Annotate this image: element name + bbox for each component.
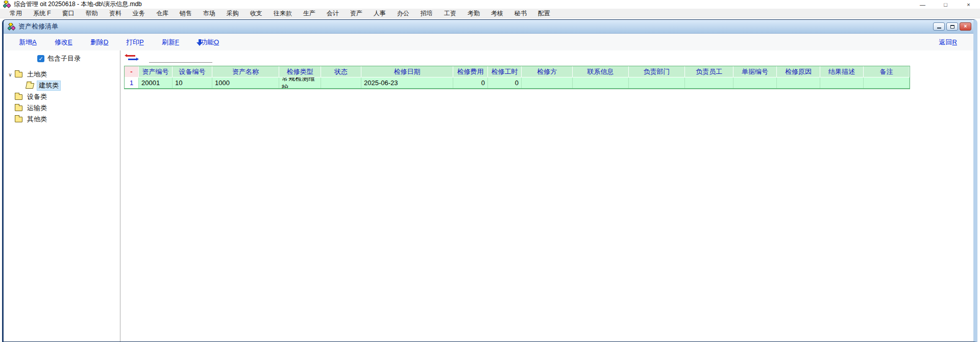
tree-item-运输类[interactable]: 运输类 <box>7 102 118 114</box>
swap-arrows-icon[interactable] <box>127 55 136 62</box>
maximize-button[interactable]: □ <box>934 0 957 9</box>
table-cell[interactable]: 常规检测维护 <box>279 77 321 88</box>
minimize-button[interactable]: — <box>911 0 934 9</box>
column-header[interactable]: 资产编号 <box>139 66 173 77</box>
column-header[interactable]: 资产名称 <box>212 66 279 77</box>
toolbar-button[interactable]: 功能O <box>198 38 219 47</box>
menu-item[interactable]: 办公 <box>391 9 415 18</box>
row-number-cell[interactable]: 1 <box>125 77 139 88</box>
menu-item[interactable]: 采购 <box>221 9 244 18</box>
menu-item[interactable]: 考核 <box>485 9 509 18</box>
column-header[interactable]: 检修费用 <box>453 66 488 77</box>
filter-input[interactable] <box>149 54 212 63</box>
menu-item[interactable]: 市场 <box>198 9 221 18</box>
table-cell[interactable] <box>573 77 629 88</box>
table-cell[interactable] <box>629 77 685 88</box>
table-cell[interactable] <box>777 77 820 88</box>
menu-item[interactable]: 考勤 <box>462 9 485 18</box>
menu-item[interactable]: 帮助 <box>80 9 104 18</box>
os-window-controls: —□× <box>911 0 980 9</box>
column-header[interactable]: 负责员工 <box>685 66 733 77</box>
diamonds-app-icon <box>8 23 15 31</box>
menu-item[interactable]: 资料 <box>104 9 127 18</box>
table-cell[interactable]: 2025-06-23 <box>361 77 453 88</box>
tree-item-建筑类[interactable]: 建筑类 <box>7 80 118 91</box>
toolbar-button-label: 功能O <box>201 38 219 47</box>
table-cell[interactable]: 1000 <box>212 77 279 88</box>
menu-item[interactable]: 招培 <box>415 9 438 18</box>
menu-item[interactable]: 常用 <box>4 9 28 18</box>
menu-item[interactable]: 配置 <box>532 9 556 18</box>
back-button[interactable]: 返回R <box>939 38 957 47</box>
table-row[interactable]: 120001101000常规检测维护2025-06-2300 <box>125 77 910 88</box>
menu-item[interactable]: 秘书 <box>509 9 532 18</box>
include-subdir-row[interactable]: ✓ 包含子目录 <box>37 54 81 63</box>
menu-item[interactable]: 收支 <box>244 9 268 18</box>
table-cell[interactable]: 20001 <box>139 77 173 88</box>
toolbar-button[interactable]: 新增A <box>19 38 40 47</box>
column-header[interactable]: 状态 <box>321 66 361 77</box>
tree-item-其他类[interactable]: 其他类 <box>7 114 118 125</box>
column-header[interactable]: 设备编号 <box>173 66 212 77</box>
toolbar-button-label: 打印P <box>126 38 144 47</box>
inner-close-button[interactable]: × <box>960 22 971 31</box>
tree-item-土地类[interactable]: ∨土地类 <box>7 69 118 80</box>
table-cell[interactable] <box>733 77 777 88</box>
table-cell[interactable]: 0 <box>488 77 522 88</box>
menu-item[interactable]: 窗口 <box>57 9 80 18</box>
maximize-icon: □ <box>944 2 947 8</box>
toolbar-button[interactable]: 打印P <box>126 38 148 47</box>
toolbar-button[interactable]: 刷新F <box>162 38 183 47</box>
toolbar: 新增A修改E删除D打印P刷新F功能O返回R <box>4 34 973 50</box>
folder-icon <box>15 94 22 100</box>
column-header[interactable]: 负责部门 <box>629 66 685 77</box>
menu-item[interactable]: 资产 <box>345 9 368 18</box>
menu-item[interactable]: 人事 <box>368 9 391 18</box>
menu-item[interactable]: 工资 <box>438 9 462 18</box>
inner-restore-button[interactable] <box>946 22 958 31</box>
column-header[interactable]: 结果描述 <box>820 66 864 77</box>
column-header[interactable]: 检修类型 <box>279 66 321 77</box>
table-body: 120001101000常规检测维护2025-06-2300 <box>125 77 910 88</box>
close-icon: × <box>967 2 970 8</box>
table-cell[interactable] <box>522 77 573 88</box>
table-cell[interactable] <box>321 77 361 88</box>
folder-icon <box>15 72 22 77</box>
table-cell[interactable]: 0 <box>453 77 488 88</box>
include-subdir-checkbox[interactable]: ✓ <box>37 55 44 62</box>
column-header[interactable]: 单据编号 <box>733 66 777 77</box>
asset-repair-table: -资产编号设备编号资产名称检修类型状态检修日期检修费用检修工时检修方联系信息负责… <box>124 66 910 89</box>
minimize-icon <box>937 28 941 29</box>
menu-item[interactable]: 仓库 <box>151 9 174 18</box>
menu-item[interactable]: 生产 <box>298 9 321 18</box>
menu-item[interactable]: 会计 <box>321 9 345 18</box>
column-header[interactable]: 备注 <box>864 66 910 77</box>
tree-item-label: 设备类 <box>26 92 48 101</box>
menu-item[interactable]: 销售 <box>174 9 198 18</box>
close-button[interactable]: × <box>957 0 980 9</box>
tree-item-设备类[interactable]: 设备类 <box>7 91 118 102</box>
column-header[interactable]: 检修方 <box>522 66 573 77</box>
menu-item[interactable]: 业务 <box>127 9 151 18</box>
inner-window-title: 资产检修清单 <box>18 22 58 31</box>
inner-minimize-button[interactable] <box>933 22 945 31</box>
tree-item-label: 建筑类 <box>37 81 61 91</box>
table-cell[interactable] <box>820 77 864 88</box>
menu-item[interactable]: 系统 F <box>28 9 57 18</box>
column-header[interactable]: 检修日期 <box>361 66 453 77</box>
os-titlebar: 综合管理 oit 20250618 - 本地-db\演示信息.mdb —□× <box>0 0 980 9</box>
menu-item[interactable]: 往来款 <box>268 9 298 18</box>
close-icon: × <box>964 24 967 29</box>
column-header[interactable]: 检修原因 <box>777 66 820 77</box>
table-cell[interactable] <box>864 77 910 88</box>
asset-inspection-window: 资产检修清单 × 新增A修改E删除D打印P刷新F功能O返回R ✓ 包含子目录 ∨… <box>2 19 977 342</box>
column-header[interactable]: 检修工时 <box>488 66 522 77</box>
column-header[interactable]: 联系信息 <box>573 66 629 77</box>
table-cell[interactable]: 10 <box>173 77 212 88</box>
column-header[interactable]: - <box>125 66 139 77</box>
table-header-row: -资产编号设备编号资产名称检修类型状态检修日期检修费用检修工时检修方联系信息负责… <box>125 66 910 77</box>
table-cell[interactable] <box>685 77 733 88</box>
toolbar-button[interactable]: 修改E <box>55 38 76 47</box>
app-icon <box>3 1 11 8</box>
toolbar-button[interactable]: 删除D <box>90 38 112 47</box>
